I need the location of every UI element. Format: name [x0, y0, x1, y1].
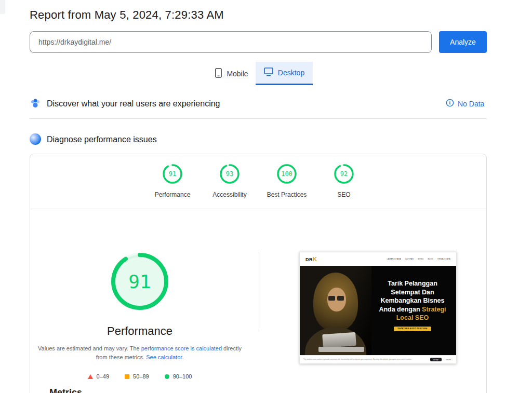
- svg-text:91: 91: [128, 271, 151, 292]
- score-disclaimer: Values are estimated and may vary. The p…: [36, 344, 243, 362]
- scores-row: 91Performance93Accessibility100Best Prac…: [30, 164, 486, 198]
- score-gauge-seo[interactable]: 92SEO: [315, 164, 373, 198]
- info-icon: [446, 99, 454, 109]
- legend-fail-icon: [88, 374, 93, 379]
- legend-range: 50–89: [133, 373, 149, 380]
- legend-average-icon: [125, 374, 129, 379]
- cookie-text: This website uses cookies to provide nec…: [303, 359, 428, 361]
- disclaimer-text-1: Values are estimated and may vary. The: [38, 345, 141, 351]
- page-screenshot: DRK LAMAN UTAMALATIHANMENUBLOGKENALI SAY…: [299, 252, 457, 364]
- site-logo: DRK: [305, 256, 317, 262]
- site-nav-item: LATIHAN: [405, 258, 414, 260]
- legend-pass-icon: [165, 374, 169, 379]
- analyze-button[interactable]: Analyze: [439, 31, 487, 53]
- report-title: Report from May 5, 2024, 7:29:33 AM: [30, 8, 224, 22]
- site-hero-heading: Tarik Pelanggan Setempat Dan Kembangkan …: [371, 266, 454, 356]
- score-gauge-best-practices[interactable]: 100Best Practices: [258, 164, 315, 198]
- lab-data-icon: [30, 133, 41, 145]
- smartphone-icon: [215, 68, 222, 79]
- legend-range: 0–49: [97, 373, 109, 380]
- site-nav-item: MENU: [418, 258, 423, 260]
- svg-text:92: 92: [340, 170, 348, 178]
- score-label: SEO: [315, 191, 373, 198]
- legend-range: 90–100: [173, 373, 192, 380]
- svg-text:91: 91: [169, 170, 176, 178]
- gauge-title: Performance: [31, 324, 249, 338]
- tab-mobile-label: Mobile: [227, 70, 248, 78]
- vertical-divider: [259, 253, 259, 331]
- site-header: DRK LAMAN UTAMALATIHANMENUBLOGKENALI SAY…: [300, 252, 456, 266]
- svg-text:93: 93: [226, 170, 233, 178]
- score-label: Accessibility: [201, 191, 258, 198]
- lab-data-title: Diagnose performance issues: [47, 135, 157, 144]
- site-nav-item: LAMAN UTAMA: [387, 258, 402, 260]
- score-label: Best Practices: [258, 191, 315, 198]
- score-legend: 0–4950–8990–100: [31, 373, 249, 380]
- report-card: 91Performance93Accessibility100Best Prac…: [30, 154, 487, 393]
- site-hero: Tarik Pelanggan Setempat Dan Kembangkan …: [300, 266, 456, 356]
- legend-item-fail: 0–49: [88, 373, 109, 380]
- url-input[interactable]: [30, 31, 432, 53]
- window-edge: [0, 0, 5, 14]
- desktop-icon: [264, 67, 273, 78]
- cookie-accept-button: Accept: [430, 358, 441, 361]
- performance-gauge-section: 91 Performance Values are estimated and …: [31, 253, 249, 380]
- legend-item-average: 50–89: [125, 373, 149, 380]
- section-divider: [30, 118, 487, 119]
- tab-desktop-label: Desktop: [278, 69, 304, 77]
- score-gauge-accessibility[interactable]: 93Accessibility: [201, 164, 258, 198]
- score-label: Performance: [144, 191, 201, 198]
- cookie-decline-button: Decline: [444, 358, 453, 361]
- field-data-icon: [30, 98, 41, 109]
- site-nav: LAMAN UTAMALATIHANMENUBLOGKENALI SAYA: [387, 258, 450, 260]
- tab-desktop[interactable]: Desktop: [256, 62, 313, 85]
- site-nav-item: KENALI SAYA: [437, 258, 450, 260]
- site-cta-button: DAPATKAN AUDIT PERCUMA: [394, 327, 431, 332]
- no-data-status[interactable]: No Data: [446, 99, 484, 109]
- see-calculator-link[interactable]: See calculator.: [146, 354, 183, 360]
- tab-mobile[interactable]: Mobile: [208, 62, 256, 85]
- no-data-label: No Data: [458, 100, 484, 108]
- metrics-heading-clipped: Metrics: [49, 387, 122, 393]
- field-data-title: Discover what your real users are experi…: [47, 99, 220, 109]
- site-cookie-bar: This website uses cookies to provide nec…: [300, 355, 456, 363]
- performance-gauge: 91: [111, 253, 168, 310]
- hero-person-image: [300, 266, 371, 356]
- score-gauge-performance[interactable]: 91Performance: [144, 164, 201, 198]
- legend-item-pass: 90–100: [165, 373, 192, 380]
- performance-calc-link[interactable]: performance score is calculated: [141, 345, 222, 351]
- card-divider: [30, 209, 486, 209]
- site-nav-item: BLOG: [428, 258, 434, 260]
- svg-text:100: 100: [281, 170, 292, 178]
